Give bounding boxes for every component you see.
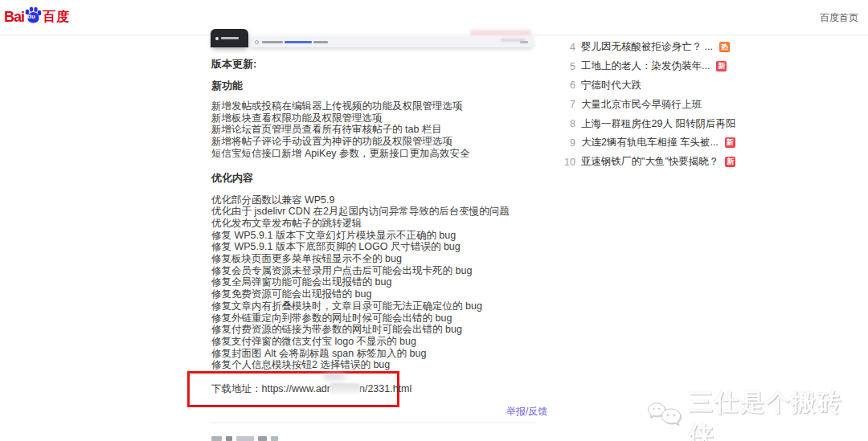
baidu-paw-icon: du [24,6,42,25]
page: Bai du 百度 百度首页 版 [0,0,868,441]
censor-smudge [322,372,346,381]
new-badge-icon: 新 [725,137,735,148]
article-body: 版本更新: 新功能 新增发帖或投稿在编辑器上传视频的功能及权限管理选项新增板块查… [211,53,536,371]
embedded-screenshot-fragment [186,29,534,51]
article-line: 新增将帖子评论手动设置为神评的功能及权限管理选项 [211,136,536,148]
article-line: 修复封面图 Alt 会将副标题 span 标签加入的 bug [211,348,536,360]
hot-rank: 8 [563,118,575,129]
text-fragment [236,436,254,441]
watermark: 三仕是个搬砖侠 [645,386,868,441]
article-line: 新增板块查看权限功能及权限管理选项 [211,112,536,125]
article-line: 优化部分函数以兼容 WP5.9 [211,194,536,206]
hot-rank: 7 [563,99,575,110]
faded-gray-fragment [501,39,525,42]
report-feedback-link[interactable]: 举报/反馈 [506,405,547,419]
article-line: 优化发布文章发布帖子的跳转逻辑 [211,218,536,230]
new-features-list: 新增发帖或投稿在编辑器上传视频的功能及权限管理选项新增板块查看权限功能及权限管理… [211,100,536,160]
article-line: 短信宝短信接口新增 ApiKey 参数，更新接口更加高效安全 [211,148,536,160]
hot-list-item[interactable]: 9大连2辆有轨电车相撞 车头被... 新 [563,133,715,153]
hot-title-link[interactable]: 婴儿因无核酸被拒诊身亡？ ... [581,40,713,54]
text-fragment [258,436,267,441]
hot-rank: 4 [563,42,575,53]
article-line: 修复支付弹窗的微信支付宝 logo 不显示的 bug [211,336,536,348]
optimizations-list: 优化部分函数以兼容 WP5.9优化由于 jsdelivr CDN 在2月起国内访… [211,194,536,372]
tab-dot-icon [215,37,219,40]
tiny-circle-icon [255,40,259,44]
section-heading-version-update: 版本更新: [211,58,536,70]
hot-title-link[interactable]: 上海一群租房住29人 阳转阴后再阳 [581,117,735,131]
screenshot-dark-tab [211,29,248,47]
hot-list-item[interactable]: 4婴儿因无核酸被拒诊身亡？ ...热 [563,38,715,57]
baidu-logo-bai-text: Bai [4,9,24,26]
tiny-text-bar [313,41,328,43]
baidu-home-link[interactable]: 百度首页 [820,11,858,25]
hot-search-list: 4婴儿因无核酸被拒诊身亡？ ...热5工地上的老人：染发伪装年...新6宁德时代… [563,38,715,172]
watermark-text: 三仕是个搬砖侠 [689,386,868,441]
new-badge-icon: 新 [725,157,735,167]
article-line: 新增发帖或投稿在编辑器上传视频的功能及权限管理选项 [211,100,536,112]
baidu-logo-du-text: du [27,13,35,20]
new-badge-icon: 新 [716,61,727,71]
hot-list-item[interactable]: 5工地上的老人：染发伪装年...新 [563,57,715,76]
hot-list-item[interactable]: 8上海一群租房住29人 阳转阴后再阳 [563,114,715,133]
hot-rank: 9 [563,137,575,149]
download-address: 下载地址：https://www.adrn/2331.html [211,382,411,396]
article-line: 修复会员专属资源未登录用户点击后可能会出现卡死的 bug [211,265,536,277]
hot-rank: 6 [563,80,575,91]
download-highlight-box: 下载地址：https://www.adrn/2331.html [187,371,399,407]
wechat-bubbles-icon [645,401,684,438]
faded-red-text-fragment [470,30,531,36]
hot-badge-icon: 热 [719,42,730,52]
article-line: 修复文章内有折叠模块时，文章目录可能无法正确定位的 bug [211,300,536,312]
article-line: 新增论坛首页管理员查看所有待审核帖子的 tab 栏目 [211,124,536,136]
tab-label-bar [221,37,239,39]
hot-list-item[interactable]: 7大量北京市民今早骑行上班 [563,95,715,114]
section-heading-new-features: 新功能 [211,80,536,92]
section-heading-optimizations: 优化内容 [211,172,536,184]
article-line: 修复付费资源的链接为带参数的网址时可能会出错的 bug [211,324,536,336]
hot-title-link[interactable]: 大量北京市民今早骑行上班 [581,98,702,112]
hot-title-link[interactable]: 亚速钢铁厂的"大鱼"快要揭晓？ [581,155,719,169]
hot-title-link[interactable]: 工地上的老人：染发伪装年... [581,59,710,73]
clipped-next-section-text [211,436,278,441]
article-line: 修复板块页面更多菜单按钮显示不全的 bug [211,253,536,265]
hot-list-item[interactable]: 6宁德时代大跌 [563,76,715,96]
article-line: 修复 WP5.9.1 版本下底部页脚的 LOGO 尺寸错误的 bug [211,241,536,253]
article-line: 修复全局弹窗功能可能会出现报错的 bug [211,276,536,288]
baidu-logo[interactable]: Bai du 百度 [4,6,70,28]
hot-title-link[interactable]: 宁德时代大跌 [581,79,641,92]
article-line: 优化由于 jsdelivr CDN 在2月起国内访问异常导致的后台变慢的问题 [211,206,536,218]
article-bottom-divider [211,422,536,423]
hot-rank: 5 [563,61,575,72]
text-fragment [211,436,222,441]
baidu-logo-cn-text: 百度 [43,9,70,26]
hot-rank: 10 [563,157,575,168]
download-label: 下载地址： [211,383,262,394]
download-url-prefix[interactable]: https://www.adr [262,383,330,394]
tiny-link-bar [285,41,312,43]
hot-list-item[interactable]: 10亚速钢铁厂的"大鱼"快要揭晓？新 [563,153,715,172]
article-line: 修复免费资源可能会出现报错的 bug [211,288,536,300]
article-line: 修复 WP5.9.1 版本下文章幻灯片模块显示不正确的 bug [211,230,536,242]
text-fragment [271,436,278,441]
article-line: 修复个人信息模块按钮2 选择错误的 bug [211,359,536,371]
screenshot-toolbar-strip [248,36,534,47]
tiny-text-bar [262,41,283,43]
download-url-suffix[interactable]: n/2331.html [359,383,411,394]
censored-url-blur [330,383,360,394]
hot-title-link[interactable]: 大连2辆有轨电车相撞 车头被... [581,136,719,149]
article-line: 修复外链重定向到带参数的网址时候可能会出错的 bug [211,312,536,325]
text-fragment [226,436,232,441]
